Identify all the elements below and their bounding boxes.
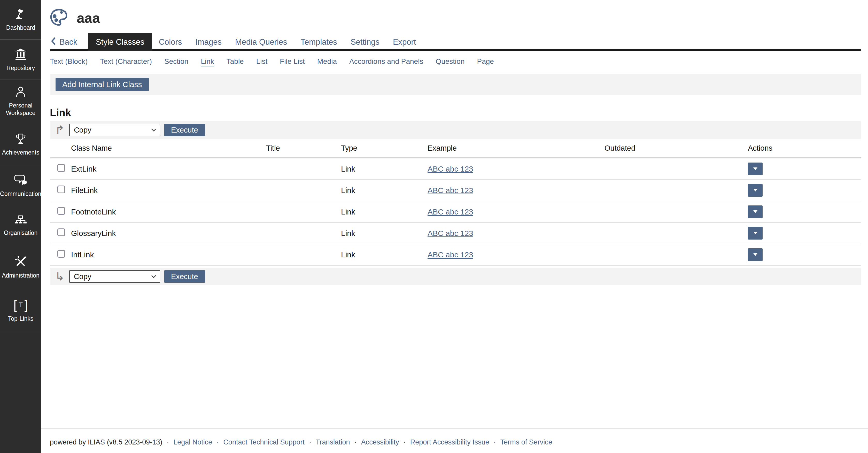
row-actions-dropdown-button[interactable] bbox=[748, 184, 763, 197]
subtab-link[interactable]: Link bbox=[201, 57, 214, 66]
subtab-accordions-and-panels[interactable]: Accordions and Panels bbox=[349, 57, 423, 66]
footer-separator: · bbox=[354, 438, 357, 446]
subtab-page[interactable]: Page bbox=[477, 57, 494, 66]
class-name-cell: FileLink bbox=[71, 186, 266, 195]
sidebar-item-communication[interactable]: Communication bbox=[0, 166, 41, 206]
table-row: FileLink Link ABC abc 123 bbox=[50, 180, 861, 201]
sidebar-item-organisation[interactable]: Organisation bbox=[0, 206, 41, 246]
section-heading: Link bbox=[50, 107, 861, 119]
sidebar-item-label: Personal Workspace bbox=[0, 102, 41, 117]
row-actions-dropdown-button[interactable] bbox=[748, 206, 763, 218]
sidebar-item-achievements[interactable]: Achievements bbox=[0, 123, 41, 166]
footer-link-report-accessibility-issue[interactable]: Report Accessibility Issue bbox=[410, 438, 489, 446]
subtab-table[interactable]: Table bbox=[226, 57, 244, 66]
tab-export[interactable]: Export bbox=[386, 33, 423, 51]
footer-link-legal-notice[interactable]: Legal Notice bbox=[173, 438, 212, 446]
sidebar-item-personal-workspace[interactable]: Personal Workspace bbox=[0, 80, 41, 123]
chat-bubbles-icon bbox=[14, 174, 27, 186]
example-link[interactable]: ABC abc 123 bbox=[428, 229, 473, 238]
sidebar-item-top-links[interactable]: [T] Top-Links bbox=[0, 289, 41, 332]
row-checkbox[interactable] bbox=[57, 164, 65, 172]
footer-link-translation[interactable]: Translation bbox=[316, 438, 350, 446]
person-icon bbox=[15, 86, 26, 98]
type-cell: Link bbox=[341, 164, 428, 173]
bulk-action-select[interactable]: Copy bbox=[69, 270, 160, 283]
subtab-question[interactable]: Question bbox=[436, 57, 464, 66]
sidebar-item-label: Organisation bbox=[3, 229, 38, 237]
tab-bar: Back Style Classes Colors Images Media Q… bbox=[50, 33, 861, 51]
bulk-action-select[interactable]: Copy bbox=[69, 124, 160, 136]
trophy-icon bbox=[15, 133, 27, 145]
table-row: FootnoteLink Link ABC abc 123 bbox=[50, 201, 861, 223]
header-actions: Actions bbox=[748, 144, 861, 152]
bank-icon bbox=[14, 48, 27, 60]
caret-down-icon bbox=[753, 231, 757, 235]
subtab-bar: Text (Block) Text (Character) Section Li… bbox=[41, 51, 868, 70]
powered-by-text: powered by ILIAS (v8.5 2023-09-13) bbox=[50, 438, 162, 446]
row-checkbox[interactable] bbox=[57, 250, 65, 258]
execute-button[interactable]: Execute bbox=[164, 270, 205, 283]
class-name-cell: IntLink bbox=[71, 250, 266, 259]
header-type: Type bbox=[341, 144, 428, 152]
class-name-cell: ExtLink bbox=[71, 164, 266, 173]
lamp-icon bbox=[15, 8, 27, 20]
example-link[interactable]: ABC abc 123 bbox=[428, 208, 473, 216]
type-cell: Link bbox=[341, 208, 428, 216]
tab-images[interactable]: Images bbox=[189, 33, 228, 51]
tab-style-classes[interactable]: Style Classes bbox=[88, 33, 152, 51]
row-actions-dropdown-button[interactable] bbox=[748, 227, 763, 240]
tab-media-queries[interactable]: Media Queries bbox=[228, 33, 294, 51]
footer-link-accessibility[interactable]: Accessibility bbox=[361, 438, 399, 446]
row-checkbox[interactable] bbox=[57, 185, 65, 193]
header-outdated: Outdated bbox=[604, 144, 748, 152]
app-window: Dashboard Repository bbox=[0, 0, 868, 453]
subtab-list[interactable]: List bbox=[256, 57, 268, 66]
subtab-media[interactable]: Media bbox=[317, 57, 337, 66]
caret-down-icon bbox=[753, 167, 757, 171]
example-link[interactable]: ABC abc 123 bbox=[428, 250, 473, 259]
type-cell: Link bbox=[341, 229, 428, 238]
type-cell: Link bbox=[341, 250, 428, 259]
bulk-action-select-wrap: Copy bbox=[69, 124, 160, 136]
back-label: Back bbox=[59, 37, 77, 47]
subtab-text-character[interactable]: Text (Character) bbox=[100, 57, 152, 66]
subtab-section[interactable]: Section bbox=[164, 57, 188, 66]
tab-colors[interactable]: Colors bbox=[152, 33, 189, 51]
caret-down-icon bbox=[753, 188, 757, 192]
row-actions-dropdown-button[interactable] bbox=[748, 248, 763, 261]
sidebar-item-label: Top-Links bbox=[7, 315, 34, 323]
example-link[interactable]: ABC abc 123 bbox=[428, 186, 473, 194]
sidebar-item-administration[interactable]: Administration bbox=[0, 246, 41, 289]
bulk-action-bar-top: ↱ Copy Execute bbox=[50, 121, 861, 139]
sidebar-item-label: Communication bbox=[0, 190, 42, 198]
org-chart-icon bbox=[14, 215, 27, 225]
footer-link-terms-of-service[interactable]: Terms of Service bbox=[500, 438, 552, 446]
footer-separator: · bbox=[167, 438, 169, 446]
tab-templates[interactable]: Templates bbox=[294, 33, 344, 51]
back-button[interactable]: Back bbox=[50, 33, 84, 51]
sidebar-item-dashboard[interactable]: Dashboard bbox=[0, 0, 41, 40]
subtab-text-block[interactable]: Text (Block) bbox=[50, 57, 88, 66]
row-checkbox[interactable] bbox=[57, 207, 65, 215]
example-link[interactable]: ABC abc 123 bbox=[428, 164, 473, 173]
page-footer: powered by ILIAS (v8.5 2023-09-13) · Leg… bbox=[41, 428, 868, 453]
arrow-up-right-icon: ↱ bbox=[55, 124, 65, 136]
row-actions-dropdown-button[interactable] bbox=[748, 162, 763, 175]
footer-separator: · bbox=[404, 438, 406, 446]
sidebar-item-repository[interactable]: Repository bbox=[0, 40, 41, 80]
row-checkbox[interactable] bbox=[57, 229, 65, 236]
style-classes-table: Class Name Title Type Example Outdated A… bbox=[50, 139, 861, 266]
sidebar-item-label: Achievements bbox=[1, 149, 40, 156]
tools-icon bbox=[15, 256, 27, 268]
header-example: Example bbox=[428, 144, 604, 152]
sidebar-item-label: Dashboard bbox=[5, 24, 36, 32]
execute-button[interactable]: Execute bbox=[164, 124, 205, 136]
add-internal-link-class-button[interactable]: Add Internal Link Class bbox=[56, 78, 149, 91]
footer-link-contact-technical-support[interactable]: Contact Technical Support bbox=[223, 438, 305, 446]
arrow-down-right-icon: ↳ bbox=[55, 271, 65, 282]
bulk-action-bar-bottom: ↳ Copy Execute bbox=[50, 268, 861, 285]
tab-settings[interactable]: Settings bbox=[344, 33, 386, 51]
sidebar-item-label: Administration bbox=[1, 272, 40, 279]
header-title: Title bbox=[266, 144, 341, 152]
subtab-file-list[interactable]: File List bbox=[280, 57, 305, 66]
